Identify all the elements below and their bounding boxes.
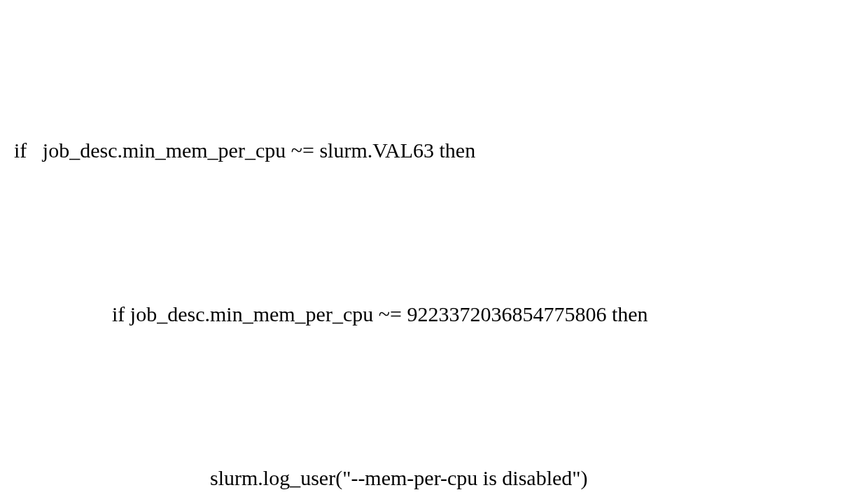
code-line-1: if job_desc.min_mem_per_cpu ~= slurm.VAL… — [14, 123, 854, 178]
code-snippet: if job_desc.min_mem_per_cpu ~= slurm.VAL… — [14, 14, 854, 504]
code-line-2: if job_desc.min_mem_per_cpu ~= 922337203… — [14, 287, 854, 342]
code-line-3: slurm.log_user("--mem-per-cpu is disable… — [14, 451, 854, 504]
